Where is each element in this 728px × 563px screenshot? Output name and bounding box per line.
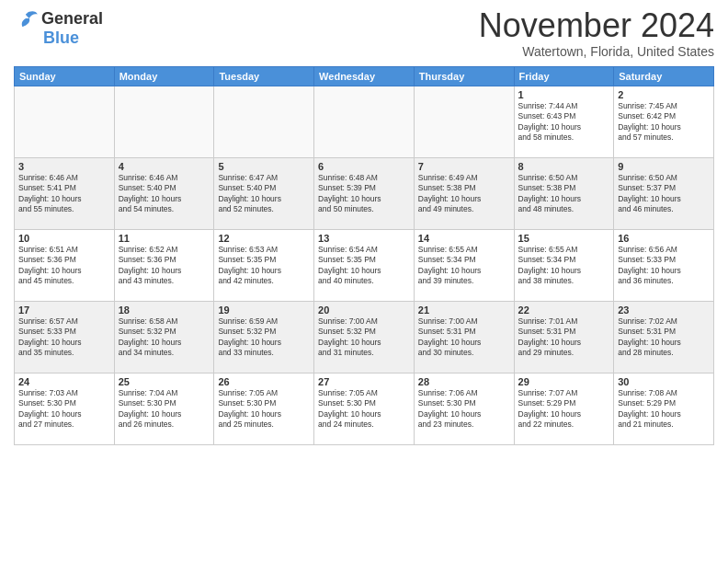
calendar-cell: 28Sunrise: 7:06 AMSunset: 5:30 PMDayligh… — [414, 373, 514, 445]
calendar-cell: 30Sunrise: 7:08 AMSunset: 5:29 PMDayligh… — [614, 373, 714, 445]
title-section: November 2024 Watertown, Florida, United… — [479, 9, 714, 59]
day-info: Sunrise: 6:50 AMSunset: 5:38 PMDaylight:… — [518, 173, 610, 215]
calendar-cell: 1Sunrise: 7:44 AMSunset: 6:43 PMDaylight… — [514, 86, 614, 158]
day-number: 8 — [518, 161, 610, 172]
day-number: 17 — [18, 304, 110, 316]
day-number: 23 — [618, 304, 710, 316]
day-number: 5 — [218, 161, 310, 172]
day-number: 6 — [318, 161, 410, 172]
day-info: Sunrise: 6:52 AMSunset: 5:36 PMDaylight:… — [119, 245, 210, 287]
calendar-cell: 17Sunrise: 6:57 AMSunset: 5:33 PMDayligh… — [15, 302, 115, 373]
day-info: Sunrise: 6:59 AMSunset: 5:32 PMDaylight:… — [218, 316, 310, 359]
month-title: November 2024 — [479, 9, 714, 42]
calendar-header-wednesday: Wednesday — [314, 67, 415, 86]
day-info: Sunrise: 6:49 AMSunset: 5:38 PMDaylight:… — [418, 173, 510, 215]
calendar-cell: 20Sunrise: 7:00 AMSunset: 5:32 PMDayligh… — [314, 302, 415, 373]
calendar-header-sunday: Sunday — [15, 67, 115, 86]
day-info: Sunrise: 7:00 AMSunset: 5:32 PMDaylight:… — [318, 316, 410, 359]
calendar-cell: 15Sunrise: 6:55 AMSunset: 5:34 PMDayligh… — [514, 230, 614, 302]
day-info: Sunrise: 7:05 AMSunset: 5:30 PMDaylight:… — [318, 388, 410, 431]
day-info: Sunrise: 6:55 AMSunset: 5:34 PMDaylight:… — [418, 245, 510, 287]
logo-bird-icon — [14, 10, 40, 29]
day-number: 13 — [318, 233, 410, 244]
day-number: 10 — [18, 233, 110, 244]
calendar-cell: 7Sunrise: 6:49 AMSunset: 5:38 PMDaylight… — [414, 158, 514, 230]
calendar-cell: 18Sunrise: 6:58 AMSunset: 5:32 PMDayligh… — [114, 302, 214, 373]
page: General Blue November 2024 Watertown, Fl… — [0, 0, 728, 563]
day-info: Sunrise: 7:44 AMSunset: 6:43 PMDaylight:… — [518, 101, 610, 144]
day-number: 11 — [119, 233, 210, 244]
calendar-cell: 29Sunrise: 7:07 AMSunset: 5:29 PMDayligh… — [514, 373, 614, 445]
calendar-cell: 5Sunrise: 6:47 AMSunset: 5:40 PMDaylight… — [214, 158, 314, 230]
calendar-cell — [214, 86, 314, 158]
location: Watertown, Florida, United States — [479, 44, 714, 59]
calendar-cell: 23Sunrise: 7:02 AMSunset: 5:31 PMDayligh… — [614, 302, 714, 373]
day-number: 22 — [518, 304, 610, 316]
day-number: 7 — [418, 161, 510, 172]
calendar-cell: 9Sunrise: 6:50 AMSunset: 5:37 PMDaylight… — [614, 158, 714, 230]
day-info: Sunrise: 6:58 AMSunset: 5:32 PMDaylight:… — [119, 316, 210, 359]
day-info: Sunrise: 6:46 AMSunset: 5:41 PMDaylight:… — [18, 173, 110, 215]
calendar-header-tuesday: Tuesday — [214, 67, 314, 86]
day-number: 18 — [119, 304, 210, 316]
day-info: Sunrise: 7:04 AMSunset: 5:30 PMDaylight:… — [119, 388, 210, 431]
day-info: Sunrise: 7:08 AMSunset: 5:29 PMDaylight:… — [618, 388, 710, 431]
calendar-header-friday: Friday — [514, 67, 614, 86]
day-info: Sunrise: 6:50 AMSunset: 5:37 PMDaylight:… — [618, 173, 710, 215]
calendar-header-saturday: Saturday — [614, 67, 714, 86]
day-info: Sunrise: 6:48 AMSunset: 5:39 PMDaylight:… — [318, 173, 410, 215]
day-info: Sunrise: 7:01 AMSunset: 5:31 PMDaylight:… — [518, 316, 610, 359]
calendar-week-1: 1Sunrise: 7:44 AMSunset: 6:43 PMDaylight… — [15, 86, 714, 158]
calendar-cell: 6Sunrise: 6:48 AMSunset: 5:39 PMDaylight… — [314, 158, 415, 230]
day-info: Sunrise: 7:02 AMSunset: 5:31 PMDaylight:… — [618, 316, 710, 359]
day-info: Sunrise: 7:06 AMSunset: 5:30 PMDaylight:… — [418, 388, 510, 431]
calendar-week-4: 17Sunrise: 6:57 AMSunset: 5:33 PMDayligh… — [15, 302, 714, 373]
calendar-cell: 22Sunrise: 7:01 AMSunset: 5:31 PMDayligh… — [514, 302, 614, 373]
day-number: 29 — [518, 376, 610, 387]
logo: General Blue — [14, 9, 103, 48]
day-number: 9 — [618, 161, 710, 172]
day-info: Sunrise: 7:45 AMSunset: 6:42 PMDaylight:… — [618, 101, 710, 144]
calendar-cell: 11Sunrise: 6:52 AMSunset: 5:36 PMDayligh… — [114, 230, 214, 302]
calendar-cell: 21Sunrise: 7:00 AMSunset: 5:31 PMDayligh… — [414, 302, 514, 373]
day-info: Sunrise: 6:54 AMSunset: 5:35 PMDaylight:… — [318, 245, 410, 287]
day-info: Sunrise: 6:53 AMSunset: 5:35 PMDaylight:… — [218, 245, 310, 287]
calendar-cell: 8Sunrise: 6:50 AMSunset: 5:38 PMDaylight… — [514, 158, 614, 230]
calendar-cell: 26Sunrise: 7:05 AMSunset: 5:30 PMDayligh… — [214, 373, 314, 445]
calendar-cell — [15, 86, 115, 158]
logo-blue: Blue — [43, 29, 79, 48]
day-number: 15 — [518, 233, 610, 244]
day-number: 3 — [18, 161, 110, 172]
calendar-cell: 19Sunrise: 6:59 AMSunset: 5:32 PMDayligh… — [214, 302, 314, 373]
day-info: Sunrise: 7:05 AMSunset: 5:30 PMDaylight:… — [218, 388, 310, 431]
day-info: Sunrise: 6:51 AMSunset: 5:36 PMDaylight:… — [18, 245, 110, 287]
calendar-week-2: 3Sunrise: 6:46 AMSunset: 5:41 PMDaylight… — [15, 158, 714, 230]
day-info: Sunrise: 6:57 AMSunset: 5:33 PMDaylight:… — [18, 316, 110, 359]
calendar-week-5: 24Sunrise: 7:03 AMSunset: 5:30 PMDayligh… — [15, 373, 714, 445]
day-number: 26 — [218, 376, 310, 387]
header: General Blue November 2024 Watertown, Fl… — [14, 9, 714, 59]
calendar-cell: 4Sunrise: 6:46 AMSunset: 5:40 PMDaylight… — [114, 158, 214, 230]
day-number: 28 — [418, 376, 510, 387]
calendar-cell — [414, 86, 514, 158]
calendar-table: SundayMondayTuesdayWednesdayThursdayFrid… — [14, 66, 714, 445]
day-number: 25 — [119, 376, 210, 387]
calendar-cell: 3Sunrise: 6:46 AMSunset: 5:41 PMDaylight… — [15, 158, 115, 230]
calendar-cell: 25Sunrise: 7:04 AMSunset: 5:30 PMDayligh… — [114, 373, 214, 445]
day-info: Sunrise: 6:46 AMSunset: 5:40 PMDaylight:… — [119, 173, 210, 215]
calendar-cell — [314, 86, 415, 158]
day-number: 2 — [618, 89, 710, 100]
day-number: 20 — [318, 304, 410, 316]
calendar-header-row: SundayMondayTuesdayWednesdayThursdayFrid… — [15, 67, 714, 86]
calendar-cell — [114, 86, 214, 158]
calendar-cell: 10Sunrise: 6:51 AMSunset: 5:36 PMDayligh… — [15, 230, 115, 302]
day-number: 27 — [318, 376, 410, 387]
calendar-cell: 13Sunrise: 6:54 AMSunset: 5:35 PMDayligh… — [314, 230, 415, 302]
day-number: 21 — [418, 304, 510, 316]
day-number: 12 — [218, 233, 310, 244]
day-info: Sunrise: 6:47 AMSunset: 5:40 PMDaylight:… — [218, 173, 310, 215]
day-number: 30 — [618, 376, 710, 387]
calendar-cell: 16Sunrise: 6:56 AMSunset: 5:33 PMDayligh… — [614, 230, 714, 302]
day-number: 16 — [618, 233, 710, 244]
calendar-cell: 27Sunrise: 7:05 AMSunset: 5:30 PMDayligh… — [314, 373, 415, 445]
